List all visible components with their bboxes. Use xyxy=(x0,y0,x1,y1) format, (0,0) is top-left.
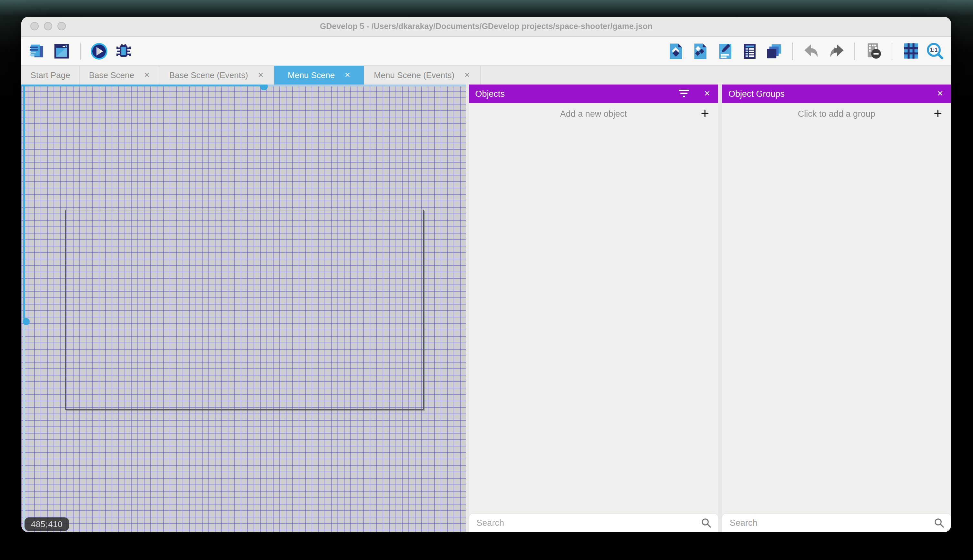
objects-panel-title: Objects xyxy=(475,89,505,99)
search-icon xyxy=(934,517,945,528)
main-toolbar: 1:1 xyxy=(21,37,951,65)
toolbar-separator xyxy=(854,42,855,60)
desktop: GDevelop 5 - /Users/dkarakay/Documents/G… xyxy=(0,0,973,560)
vertical-scrollbar-track xyxy=(23,87,25,319)
gdevelop-window: GDevelop 5 - /Users/dkarakay/Documents/G… xyxy=(21,17,951,532)
search-icon xyxy=(701,517,712,528)
start-page-icon[interactable] xyxy=(52,42,71,60)
tab-label: Base Scene (Events) xyxy=(169,70,248,80)
scene-window-border xyxy=(65,210,424,410)
scene-editor-canvas[interactable]: 485;410 xyxy=(21,85,466,532)
tab-label: Menu Scene (Events) xyxy=(374,70,455,80)
project-manager-icon[interactable] xyxy=(28,42,47,60)
tab-menu-scene-events[interactable]: Menu Scene (Events) ✕ xyxy=(364,66,481,85)
tab-start-page[interactable]: Start Page xyxy=(21,66,80,85)
toolbar-separator xyxy=(80,42,81,60)
tab-base-scene-events[interactable]: Base Scene (Events) ✕ xyxy=(159,66,274,85)
properties-icon[interactable] xyxy=(716,42,734,60)
toolbar-left-group xyxy=(28,42,133,60)
horizontal-scrollbar-track xyxy=(21,85,264,87)
vertical-scrollbar-knob[interactable] xyxy=(23,318,30,325)
add-object-row[interactable]: Add a new object + xyxy=(469,103,718,125)
layers-editor-icon[interactable] xyxy=(765,42,783,60)
add-group-label: Click to add a group xyxy=(722,109,951,119)
add-object-button[interactable]: + xyxy=(701,105,709,122)
objects-editor-icon[interactable] xyxy=(666,42,685,60)
filter-icon[interactable] xyxy=(679,90,689,98)
object-groups-panel-title: Object Groups xyxy=(728,89,785,99)
window-title: GDevelop 5 - /Users/dkarakay/Documents/G… xyxy=(21,17,951,36)
close-icon[interactable]: ✕ xyxy=(937,90,943,98)
tab-base-scene[interactable]: Base Scene ✕ xyxy=(80,66,159,85)
object-groups-search-bar xyxy=(722,513,951,532)
editor-tabs: Start Page Base Scene ✕ Base Scene (Even… xyxy=(21,65,951,85)
add-group-button[interactable]: + xyxy=(934,105,942,122)
instances-list-icon[interactable] xyxy=(740,42,759,60)
object-groups-search-input[interactable] xyxy=(728,517,928,528)
add-object-label: Add a new object xyxy=(469,109,718,119)
panel-divider xyxy=(466,85,469,532)
objects-search-input[interactable] xyxy=(475,517,696,528)
cursor-coordinates-badge: 485;410 xyxy=(25,517,69,531)
tab-close-icon[interactable]: ✕ xyxy=(144,72,150,79)
tab-close-icon[interactable]: ✕ xyxy=(464,72,470,79)
close-icon[interactable]: ✕ xyxy=(704,90,710,98)
objects-panel: Objects ✕ Add a new object xyxy=(469,85,718,532)
tab-close-icon[interactable]: ✕ xyxy=(258,72,263,79)
horizontal-scrollbar[interactable] xyxy=(21,85,466,87)
vertical-scrollbar[interactable] xyxy=(23,87,25,532)
add-group-row[interactable]: Click to add a group + xyxy=(722,103,951,125)
window-mask-icon[interactable] xyxy=(864,42,883,60)
horizontal-scrollbar-knob[interactable] xyxy=(260,85,268,90)
tab-label: Start Page xyxy=(31,70,70,80)
objects-list xyxy=(469,125,718,513)
object-groups-list xyxy=(722,125,951,513)
object-groups-panel-header: Object Groups ✕ xyxy=(722,85,951,103)
toolbar-right-group: 1:1 xyxy=(666,42,945,60)
preview-icon[interactable] xyxy=(90,42,108,60)
zoom-icon[interactable]: 1:1 xyxy=(926,42,945,60)
object-groups-panel: Object Groups ✕ Click to add a group + xyxy=(722,85,951,532)
undo-icon[interactable] xyxy=(802,42,821,60)
tab-close-icon[interactable]: ✕ xyxy=(345,72,350,79)
object-groups-editor-icon[interactable] xyxy=(691,42,710,60)
editor-content: 485;410 Objects ✕ xyxy=(21,85,951,532)
tab-menu-scene[interactable]: Menu Scene ✕ xyxy=(274,66,364,85)
debug-icon[interactable] xyxy=(114,42,133,60)
objects-search-bar xyxy=(469,513,718,532)
tab-label: Base Scene xyxy=(89,70,134,80)
title-bar: GDevelop 5 - /Users/dkarakay/Documents/G… xyxy=(21,17,951,37)
objects-panel-header: Objects ✕ xyxy=(469,85,718,103)
tab-label: Menu Scene xyxy=(288,70,335,80)
redo-icon[interactable] xyxy=(826,42,845,60)
zoom-level-label: 1:1 xyxy=(930,47,938,52)
panel-divider xyxy=(718,85,722,532)
toolbar-separator xyxy=(792,42,793,60)
grid-icon[interactable] xyxy=(901,42,920,60)
toolbar-separator xyxy=(892,42,892,60)
